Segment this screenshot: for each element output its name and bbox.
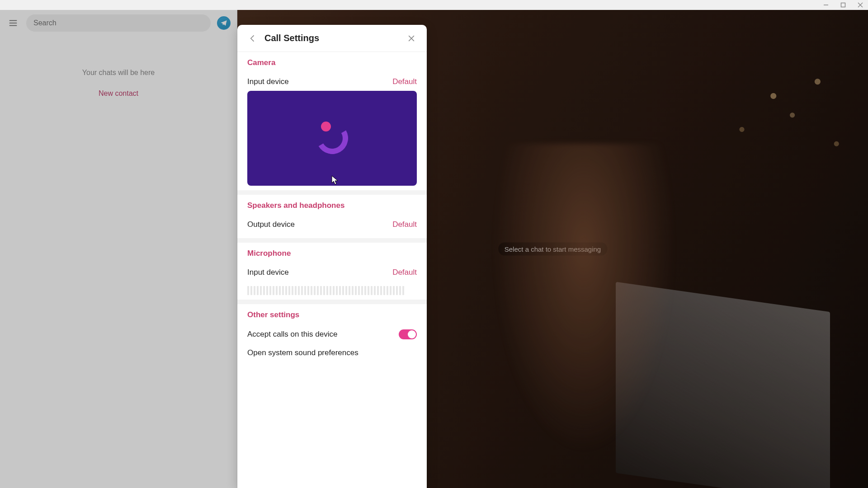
camera-input-device-row[interactable]: Input device Default [247,73,417,91]
sidebar-topbar [0,10,237,36]
accept-calls-toggle[interactable] [399,329,417,339]
sidebar: Your chats will be here New contact [0,10,237,488]
other-settings-section: Other settings Accept calls on this devi… [237,300,427,366]
telegram-icon[interactable] [217,16,231,30]
mic-input-label: Input device [247,268,289,277]
background-decor [616,282,830,488]
call-settings-dialog: Call Settings Camera Input device Defaul… [237,25,427,488]
close-button[interactable] [404,31,419,46]
svg-rect-1 [841,3,845,7]
open-sound-prefs-label: Open system sound preferences [247,348,359,357]
window-close-button[interactable] [856,1,864,9]
mic-input-value: Default [392,268,417,277]
window-maximize-button[interactable] [839,1,847,9]
speakers-section-title: Speakers and headphones [247,201,417,210]
menu-button[interactable] [6,16,20,30]
output-device-row[interactable]: Output device Default [247,216,417,234]
sidebar-body: Your chats will be here New contact [0,36,237,488]
search-input[interactable] [33,19,203,27]
dialog-body[interactable]: Camera Input device Default Speakers and… [237,52,427,488]
back-button[interactable] [245,31,260,46]
new-contact-link[interactable]: New contact [99,89,138,98]
mic-input-device-row[interactable]: Input device Default [247,263,417,282]
camera-input-value: Default [392,77,417,86]
search-field-wrap[interactable] [26,14,211,32]
output-device-value: Default [392,220,417,229]
open-sound-prefs-row[interactable]: Open system sound preferences [247,344,417,362]
output-device-label: Output device [247,220,295,229]
dialog-header: Call Settings [237,25,427,52]
chats-empty-hint: Your chats will be here [82,69,155,77]
mic-level-meter [247,285,417,295]
window-title-bar [0,0,868,10]
microphone-section: Microphone Input device Default [237,238,427,300]
camera-section: Camera Input device Default [237,52,427,190]
accept-calls-row[interactable]: Accept calls on this device [247,325,417,344]
chat-empty-hint: Select a chat to start messaging [498,243,607,256]
microphone-section-title: Microphone [247,249,417,258]
camera-input-label: Input device [247,77,289,86]
camera-preview [247,91,417,186]
dialog-title: Call Settings [264,33,404,43]
window-minimize-button[interactable] [822,1,830,9]
other-settings-title: Other settings [247,310,417,319]
accept-calls-label: Accept calls on this device [247,330,337,339]
loading-spinner-icon [316,122,348,154]
speakers-section: Speakers and headphones Output device De… [237,190,427,238]
app-root: Your chats will be here New contact Sele… [0,10,868,488]
camera-section-title: Camera [247,58,417,67]
